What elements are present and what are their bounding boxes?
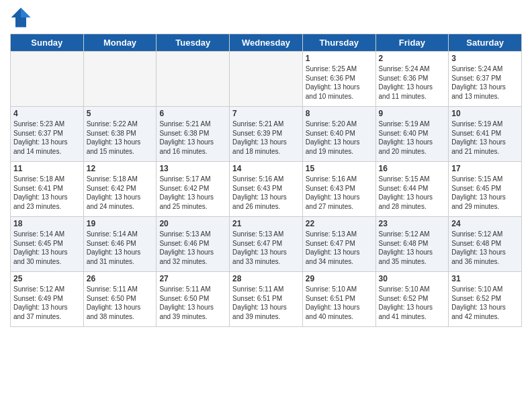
calendar-day-cell: 11Sunrise: 5:18 AM Sunset: 6:41 PM Dayli… <box>11 162 84 217</box>
day-number: 26 <box>87 274 154 283</box>
calendar-day-cell <box>11 52 84 107</box>
calendar-day-cell: 17Sunrise: 5:15 AM Sunset: 6:45 PM Dayli… <box>449 162 522 217</box>
calendar-day-cell: 18Sunrise: 5:14 AM Sunset: 6:45 PM Dayli… <box>11 217 84 272</box>
day-info: Sunrise: 5:24 AM Sunset: 6:37 PM Dayligh… <box>451 64 519 101</box>
calendar-day-cell: 9Sunrise: 5:19 AM Sunset: 6:40 PM Daylig… <box>375 107 449 162</box>
day-number: 2 <box>379 54 446 63</box>
weekday-cell: Monday <box>83 34 157 52</box>
day-info: Sunrise: 5:11 AM Sunset: 6:50 PM Dayligh… <box>87 285 154 321</box>
day-number: 17 <box>451 164 519 173</box>
calendar-week-row: 1Sunrise: 5:25 AM Sunset: 6:36 PM Daylig… <box>11 52 522 107</box>
calendar-body: 1Sunrise: 5:25 AM Sunset: 6:36 PM Daylig… <box>11 52 522 327</box>
svg-marker-1 <box>21 8 30 17</box>
day-info: Sunrise: 5:17 AM Sunset: 6:42 PM Dayligh… <box>159 175 226 211</box>
day-number: 9 <box>379 109 446 118</box>
calendar-day-cell <box>230 52 303 107</box>
day-info: Sunrise: 5:21 AM Sunset: 6:38 PM Dayligh… <box>159 120 226 156</box>
day-info: Sunrise: 5:18 AM Sunset: 6:41 PM Dayligh… <box>13 175 81 211</box>
day-info: Sunrise: 5:13 AM Sunset: 6:47 PM Dayligh… <box>232 230 300 266</box>
calendar-day-cell: 31Sunrise: 5:10 AM Sunset: 6:52 PM Dayli… <box>449 272 522 327</box>
calendar-day-cell: 10Sunrise: 5:19 AM Sunset: 6:41 PM Dayli… <box>449 107 522 162</box>
day-info: Sunrise: 5:15 AM Sunset: 6:45 PM Dayligh… <box>451 175 519 211</box>
day-info: Sunrise: 5:11 AM Sunset: 6:50 PM Dayligh… <box>159 285 226 321</box>
header <box>10 7 522 28</box>
calendar-day-cell: 12Sunrise: 5:18 AM Sunset: 6:42 PM Dayli… <box>83 162 157 217</box>
day-info: Sunrise: 5:10 AM Sunset: 6:52 PM Dayligh… <box>379 285 446 321</box>
calendar-day-cell: 3Sunrise: 5:24 AM Sunset: 6:37 PM Daylig… <box>449 52 522 107</box>
calendar-week-row: 11Sunrise: 5:18 AM Sunset: 6:41 PM Dayli… <box>11 162 522 217</box>
calendar-day-cell: 16Sunrise: 5:15 AM Sunset: 6:44 PM Dayli… <box>375 162 449 217</box>
day-info: Sunrise: 5:19 AM Sunset: 6:40 PM Dayligh… <box>379 120 446 156</box>
day-number: 24 <box>451 219 519 228</box>
calendar-day-cell: 28Sunrise: 5:11 AM Sunset: 6:51 PM Dayli… <box>230 272 303 327</box>
weekday-row: SundayMondayTuesdayWednesdayThursdayFrid… <box>11 34 522 52</box>
day-info: Sunrise: 5:16 AM Sunset: 6:43 PM Dayligh… <box>306 175 373 211</box>
calendar-day-cell: 30Sunrise: 5:10 AM Sunset: 6:52 PM Dayli… <box>375 272 449 327</box>
calendar-day-cell: 6Sunrise: 5:21 AM Sunset: 6:38 PM Daylig… <box>157 107 230 162</box>
calendar-header: SundayMondayTuesdayWednesdayThursdayFrid… <box>11 34 522 52</box>
weekday-cell: Tuesday <box>157 34 230 52</box>
calendar-day-cell: 1Sunrise: 5:25 AM Sunset: 6:36 PM Daylig… <box>302 52 375 107</box>
calendar-day-cell: 4Sunrise: 5:23 AM Sunset: 6:37 PM Daylig… <box>11 107 84 162</box>
day-number: 19 <box>87 219 154 228</box>
day-info: Sunrise: 5:15 AM Sunset: 6:44 PM Dayligh… <box>379 175 446 211</box>
day-number: 20 <box>159 219 226 228</box>
calendar-day-cell: 29Sunrise: 5:10 AM Sunset: 6:51 PM Dayli… <box>302 272 375 327</box>
calendar-day-cell <box>83 52 157 107</box>
day-number: 12 <box>87 164 154 173</box>
calendar-day-cell: 23Sunrise: 5:12 AM Sunset: 6:48 PM Dayli… <box>375 217 449 272</box>
day-number: 22 <box>306 219 373 228</box>
calendar-week-row: 18Sunrise: 5:14 AM Sunset: 6:45 PM Dayli… <box>11 217 522 272</box>
calendar-day-cell: 25Sunrise: 5:12 AM Sunset: 6:49 PM Dayli… <box>11 272 84 327</box>
day-number: 11 <box>13 164 81 173</box>
logo-icon <box>10 7 32 28</box>
day-number: 13 <box>159 164 226 173</box>
calendar-day-cell: 7Sunrise: 5:21 AM Sunset: 6:39 PM Daylig… <box>230 107 303 162</box>
weekday-cell: Friday <box>375 34 449 52</box>
day-info: Sunrise: 5:21 AM Sunset: 6:39 PM Dayligh… <box>232 120 300 156</box>
calendar-day-cell: 26Sunrise: 5:11 AM Sunset: 6:50 PM Dayli… <box>83 272 157 327</box>
day-info: Sunrise: 5:14 AM Sunset: 6:46 PM Dayligh… <box>87 230 154 266</box>
day-number: 3 <box>451 54 519 63</box>
day-number: 8 <box>306 109 373 118</box>
calendar-week-row: 25Sunrise: 5:12 AM Sunset: 6:49 PM Dayli… <box>11 272 522 327</box>
day-number: 6 <box>159 109 226 118</box>
day-number: 5 <box>87 109 154 118</box>
weekday-cell: Saturday <box>449 34 522 52</box>
calendar-table: SundayMondayTuesdayWednesdayThursdayFrid… <box>10 34 522 327</box>
calendar-day-cell: 13Sunrise: 5:17 AM Sunset: 6:42 PM Dayli… <box>157 162 230 217</box>
day-number: 31 <box>451 274 519 283</box>
day-number: 29 <box>306 274 373 283</box>
day-number: 28 <box>232 274 300 283</box>
calendar-day-cell: 8Sunrise: 5:20 AM Sunset: 6:40 PM Daylig… <box>302 107 375 162</box>
day-number: 1 <box>306 54 373 63</box>
calendar-day-cell: 27Sunrise: 5:11 AM Sunset: 6:50 PM Dayli… <box>157 272 230 327</box>
day-info: Sunrise: 5:16 AM Sunset: 6:43 PM Dayligh… <box>232 175 300 211</box>
day-number: 21 <box>232 219 300 228</box>
calendar-day-cell: 20Sunrise: 5:13 AM Sunset: 6:46 PM Dayli… <box>157 217 230 272</box>
day-number: 16 <box>379 164 446 173</box>
weekday-cell: Thursday <box>302 34 375 52</box>
page: SundayMondayTuesdayWednesdayThursdayFrid… <box>0 0 532 411</box>
day-info: Sunrise: 5:13 AM Sunset: 6:46 PM Dayligh… <box>159 230 226 266</box>
day-info: Sunrise: 5:20 AM Sunset: 6:40 PM Dayligh… <box>306 120 373 156</box>
calendar-day-cell: 21Sunrise: 5:13 AM Sunset: 6:47 PM Dayli… <box>230 217 303 272</box>
calendar-day-cell: 22Sunrise: 5:13 AM Sunset: 6:47 PM Dayli… <box>302 217 375 272</box>
day-info: Sunrise: 5:25 AM Sunset: 6:36 PM Dayligh… <box>306 64 373 101</box>
day-info: Sunrise: 5:24 AM Sunset: 6:36 PM Dayligh… <box>379 64 446 101</box>
day-info: Sunrise: 5:23 AM Sunset: 6:37 PM Dayligh… <box>13 120 81 156</box>
day-number: 14 <box>232 164 300 173</box>
day-number: 30 <box>379 274 446 283</box>
calendar-week-row: 4Sunrise: 5:23 AM Sunset: 6:37 PM Daylig… <box>11 107 522 162</box>
day-number: 10 <box>451 109 519 118</box>
day-number: 23 <box>379 219 446 228</box>
weekday-cell: Sunday <box>11 34 84 52</box>
calendar-day-cell: 19Sunrise: 5:14 AM Sunset: 6:46 PM Dayli… <box>83 217 157 272</box>
day-info: Sunrise: 5:12 AM Sunset: 6:48 PM Dayligh… <box>451 230 519 266</box>
day-info: Sunrise: 5:13 AM Sunset: 6:47 PM Dayligh… <box>306 230 373 266</box>
calendar-day-cell: 14Sunrise: 5:16 AM Sunset: 6:43 PM Dayli… <box>230 162 303 217</box>
day-number: 18 <box>13 219 81 228</box>
day-number: 4 <box>13 109 81 118</box>
logo <box>10 7 34 28</box>
day-info: Sunrise: 5:19 AM Sunset: 6:41 PM Dayligh… <box>451 120 519 156</box>
